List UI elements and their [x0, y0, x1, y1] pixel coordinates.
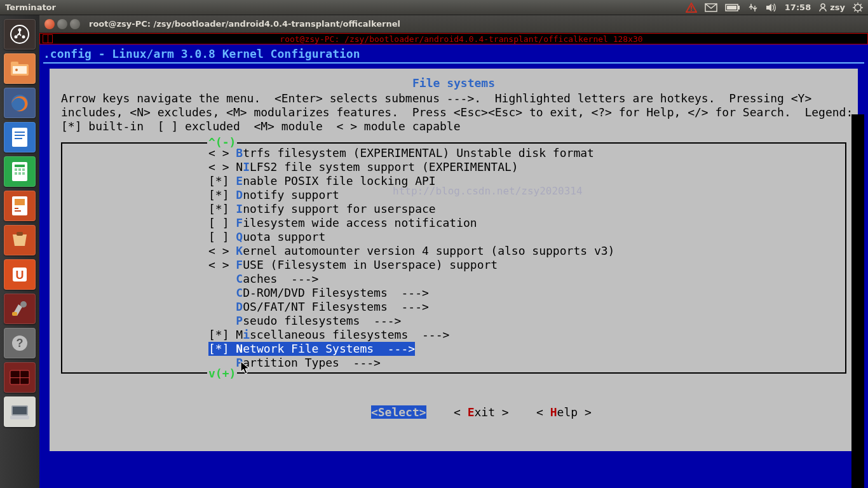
launcher-impress[interactable] [4, 191, 36, 221]
svg-rect-29 [18, 172, 21, 175]
svg-rect-27 [22, 168, 25, 171]
svg-text:?: ? [17, 337, 24, 349]
svg-marker-7 [766, 4, 771, 11]
svg-rect-39 [12, 312, 17, 316]
menu-item[interactable]: CD-ROM/DVD Filesystems ---> [61, 286, 846, 300]
battery-icon[interactable] [725, 4, 740, 11]
exit-button[interactable]: < Exit > [454, 405, 509, 419]
select-button[interactable]: <Select> [371, 405, 426, 419]
menu-item[interactable]: [*] Miscellaneous filesystems ---> [61, 328, 846, 342]
svg-rect-35 [17, 232, 23, 236]
user-menu[interactable]: zsy [818, 3, 845, 12]
menu-item[interactable]: [ ] Quota support [61, 230, 846, 244]
warning-icon[interactable] [686, 3, 697, 13]
dialog-buttons: <Select> < Exit > < Help > [50, 391, 858, 433]
window-title: root@zsy-PC: /zsy/bootloader/android4.0.… [89, 19, 400, 29]
help-text: Arrow keys navigate the menu. <Enter> se… [50, 92, 858, 133]
svg-rect-16 [13, 66, 27, 74]
scroll-up-hint: ^(-) [207, 135, 237, 149]
svg-rect-22 [15, 138, 22, 139]
launcher: U ? [0, 15, 39, 488]
launcher-software-center[interactable] [4, 225, 36, 255]
mail-icon[interactable] [705, 3, 717, 12]
menu-item[interactable]: Caches ---> [61, 272, 846, 286]
launcher-writer[interactable] [4, 122, 36, 152]
scroll-down-hint: v(+) [207, 367, 237, 381]
launcher-help[interactable]: ? [4, 328, 36, 358]
svg-rect-5 [738, 6, 740, 10]
svg-point-11 [18, 29, 22, 32]
menu-item[interactable]: DOS/FAT/NT Filesystems ---> [61, 300, 846, 314]
svg-rect-34 [15, 210, 21, 212]
svg-rect-46 [13, 407, 27, 414]
launcher-files[interactable] [4, 53, 36, 84]
svg-rect-30 [22, 172, 25, 175]
split-title: root@zsy-PC: /zsy/bootloader/android4.0.… [55, 34, 867, 44]
svg-rect-44 [10, 377, 29, 378]
section-title: File systems [50, 76, 858, 90]
menu-item-selected[interactable]: [*] Network File Systems ---> [208, 342, 415, 356]
svg-rect-24 [15, 165, 25, 167]
session-icon[interactable] [853, 3, 863, 13]
svg-rect-19 [12, 128, 27, 147]
terminal-area[interactable]: .config - Linux/arm 3.0.8 Kernel Configu… [39, 44, 868, 488]
terminal-margin [851, 114, 864, 488]
svg-point-17 [15, 69, 18, 71]
menu-frame: ^(-) < > Btrfs filesystem (EXPERIMENTAL)… [61, 142, 846, 374]
launcher-dash[interactable] [4, 19, 36, 50]
svg-rect-20 [15, 132, 25, 133]
menu-item[interactable]: < > Kernel automounter version 4 support… [61, 244, 846, 258]
svg-rect-2 [691, 10, 692, 11]
svg-rect-1 [691, 6, 692, 9]
clock[interactable]: 17:58 [785, 3, 811, 12]
svg-rect-25 [15, 168, 17, 171]
launcher-ubuntu-one[interactable]: U [4, 259, 36, 290]
menu-item[interactable]: Partition Types ---> [61, 356, 846, 370]
terminator-window: root@zsy-PC: /zsy/bootloader/android4.0.… [39, 15, 868, 488]
menu-item[interactable]: [*] Enable POSIX file locking API [61, 174, 846, 188]
svg-point-13 [22, 36, 25, 39]
menu-item[interactable]: [*] Inotify support for userspace [61, 202, 846, 216]
svg-point-8 [821, 4, 825, 8]
menu-list[interactable]: < > Btrfs filesystem (EXPERIMENTAL) Unst… [61, 144, 846, 372]
help-button[interactable]: < Help > [536, 405, 592, 419]
menu-item[interactable]: [ ] Filesystem wide access notification [61, 216, 846, 230]
launcher-calc[interactable] [4, 156, 36, 187]
menuconfig-dialog: File systems Arrow keys navigate the men… [50, 69, 858, 451]
active-app-name: Terminator [5, 3, 56, 12]
titlebar[interactable]: root@zsy-PC: /zsy/bootloader/android4.0.… [39, 15, 868, 33]
svg-point-9 [855, 4, 861, 11]
svg-rect-6 [727, 6, 736, 10]
volume-icon[interactable] [766, 3, 777, 12]
svg-rect-21 [15, 135, 25, 136]
launcher-device[interactable] [4, 396, 36, 427]
svg-rect-47 [10, 416, 29, 419]
menu-item[interactable]: [*] Dnotify support [61, 188, 846, 202]
network-icon[interactable] [748, 3, 758, 13]
menu-item[interactable]: < > NILFS2 file system support (EXPERIME… [61, 160, 846, 174]
split-layout-icon [43, 34, 53, 43]
menu-item[interactable]: Pseudo filesystems ---> [61, 314, 846, 328]
window-close-button[interactable] [44, 19, 55, 29]
user-name: zsy [830, 3, 845, 12]
menu-item[interactable]: < > FUSE (Filesystem in Userspace) suppo… [61, 258, 846, 272]
config-title: .config - Linux/arm 3.0.8 Kernel Configu… [43, 47, 864, 61]
window-maximize-button[interactable] [70, 19, 80, 29]
menu-item[interactable]: < > Btrfs filesystem (EXPERIMENTAL) Unst… [61, 146, 846, 160]
launcher-settings[interactable] [4, 294, 36, 324]
top-panel: Terminator 17:58 zsy [0, 0, 868, 15]
svg-rect-33 [15, 208, 18, 209]
svg-rect-15 [11, 62, 18, 65]
svg-point-12 [15, 36, 18, 39]
window-minimize-button[interactable] [57, 19, 67, 29]
svg-rect-28 [15, 172, 17, 175]
terminator-split-indicator[interactable]: root@zsy-PC: /zsy/bootloader/android4.0.… [39, 33, 868, 44]
svg-point-38 [20, 301, 27, 308]
svg-rect-32 [15, 199, 25, 205]
launcher-firefox[interactable] [4, 88, 36, 118]
svg-rect-26 [18, 168, 21, 171]
launcher-terminator[interactable] [4, 362, 36, 393]
svg-text:U: U [16, 269, 24, 281]
